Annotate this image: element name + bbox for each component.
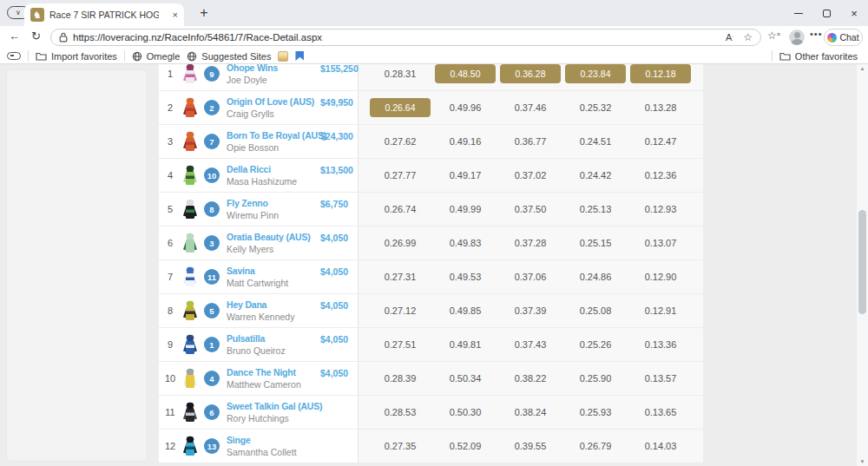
time-cell: 0.49.85 (435, 301, 496, 320)
jockey-silks-icon (181, 266, 199, 287)
position-label: 8 (159, 305, 181, 316)
silks-accent (186, 108, 194, 112)
favorite-suggested-sites[interactable]: Suggested Sites (187, 51, 271, 62)
other-favorites-button[interactable]: Other favorites (779, 51, 858, 62)
time-cell: 0.49.17 (435, 166, 496, 185)
position-label: 9 (159, 339, 181, 350)
horse-name-link[interactable]: Della Ricci (227, 164, 315, 175)
horse-name-link[interactable]: Born To Be Royal (AUS) (227, 130, 315, 141)
horse-name-link[interactable]: Singe (227, 435, 315, 446)
back-button[interactable]: ← (9, 30, 20, 43)
globe-icon (132, 51, 142, 62)
maximize-button[interactable] (812, 0, 840, 26)
silks-accent (186, 142, 194, 146)
add-favorite-star-icon[interactable]: ☆ (743, 31, 753, 43)
settings-more-icon[interactable]: ••• (810, 29, 823, 39)
horse-name-link[interactable]: Origin Of Love (AUS) (227, 96, 315, 108)
jockey-name: Opie Bosson (227, 142, 279, 153)
horse-number-badge: 5 (204, 303, 220, 318)
row-horse-section: 5 8 Fly Zenno Wiremu Pinn $6,750 (159, 193, 358, 226)
prize-money: $13,500 (320, 165, 353, 175)
horse-number-badge: 13 (204, 438, 220, 454)
table-row: 5 8 Fly Zenno Wiremu Pinn $6,750 0.26.74… (159, 193, 703, 226)
copilot-icon (827, 33, 837, 43)
horse-name-link[interactable]: Fly Zenno (227, 198, 315, 209)
copilot-chat-button[interactable]: Chat (824, 29, 863, 46)
time-cell: 0.13.65 (630, 403, 691, 422)
table-row: 4 10 Della Ricci Masa Hashizume $13,500 … (159, 159, 703, 193)
silks-cap-brim (187, 239, 194, 240)
close-button[interactable]: × (840, 0, 868, 26)
horse-number-badge: 4 (204, 371, 220, 386)
time-cell: 0.38.22 (500, 369, 561, 388)
read-aloud-icon[interactable]: Aˎ (726, 32, 733, 43)
horse-name-link[interactable]: Dance The Night (227, 367, 315, 378)
position-label: 5 (159, 204, 181, 214)
tab-close-icon[interactable]: × (173, 10, 178, 20)
time-cell: 0.26.99 (370, 233, 431, 253)
scroll-down-arrow-icon[interactable]: ▼ (857, 459, 868, 464)
horse-name-link[interactable]: Hey Dana (227, 299, 315, 311)
favorite-site-icon-blue[interactable] (295, 51, 304, 61)
time-cell: 0.25.90 (565, 369, 626, 388)
horse-number-badge: 7 (204, 134, 220, 149)
position-label: 3 (159, 136, 181, 147)
time-cell: 0.27.51 (370, 335, 431, 354)
tab-title: Race 7 SIR PATRICK HOGAN STAKE (49, 10, 159, 20)
horse-name-link[interactable]: Oratia Beauty (AUS) (227, 232, 315, 243)
sidebar-pill-icon[interactable] (7, 52, 21, 60)
horse-jockey-names: Dance The Night Matthew Cameron (227, 367, 315, 390)
time-cells: 0.27.510.49.810.37.430.25.260.13.36 (358, 328, 703, 361)
position-label: 2 (159, 102, 181, 113)
jockey-silks-icon (181, 64, 199, 84)
horse-jockey-names: Pulsatilla Bruno Queiroz (227, 333, 315, 356)
table-row: 8 5 Hey Dana Warren Kennedy $4,050 0.27.… (159, 294, 703, 328)
chevron-down-icon: ∨ (16, 9, 21, 16)
row-horse-section: 6 3 Oratia Beauty (AUS) Kelly Myers $4,0… (159, 226, 358, 259)
refresh-button[interactable]: ↻ (31, 30, 41, 43)
time-cell: 0.49.83 (435, 233, 496, 253)
time-cell: 0.25.32 (565, 98, 626, 117)
time-cells: 0.27.620.49.160.36.770.24.510.12.47 (358, 125, 703, 158)
profile-avatar[interactable] (789, 30, 805, 45)
active-tab[interactable]: ♞ Race 7 SIR PATRICK HOGAN STAKE × (24, 3, 184, 26)
time-cell: 0.24.51 (565, 132, 626, 151)
silks-cap-brim (187, 205, 194, 206)
silks-cap (187, 98, 194, 104)
horse-jockey-names: Origin Of Love (AUS) Craig Grylls (227, 96, 315, 119)
folder-icon (36, 51, 47, 61)
row-horse-section: 10 4 Dance The Night Matthew Cameron $4,… (159, 362, 358, 395)
close-icon: × (851, 7, 858, 20)
horse-name-link[interactable]: Pulsatilla (227, 333, 315, 345)
time-cell: 0.36.77 (500, 132, 561, 151)
position-label: 12 (159, 441, 181, 451)
horse-name-link[interactable]: Ohope Wins (227, 64, 315, 74)
favorite-omegle[interactable]: Omegle (132, 51, 181, 62)
scrollbar-thumb[interactable] (858, 210, 866, 314)
horse-name-link[interactable]: Savina (227, 266, 315, 277)
vertical-scrollbar[interactable]: ▲ ▼ (857, 64, 868, 466)
favorites-collections-icon[interactable]: ☆≡ (767, 30, 780, 42)
jockey-name: Matt Cartwright (227, 278, 288, 288)
favorite-label: Suggested Sites (201, 51, 271, 62)
silks-accent (186, 379, 194, 383)
jockey-silks-icon (181, 131, 199, 152)
time-cell: 0.25.13 (565, 200, 626, 219)
horse-number-badge: 11 (204, 269, 220, 285)
favorite-site-icon-yellow[interactable] (278, 51, 288, 62)
time-cell: 0.13.28 (630, 98, 691, 117)
fastest-time-cell: 0.26.64 (370, 98, 431, 117)
scroll-up-arrow-icon[interactable]: ▲ (857, 66, 868, 71)
time-cell: 0.37.43 (500, 335, 561, 354)
minimize-button[interactable] (785, 0, 812, 26)
new-tab-button[interactable]: + (194, 3, 214, 23)
row-horse-section: 9 1 Pulsatilla Bruno Queiroz $4,050 (159, 328, 358, 361)
favorite-import-favorites[interactable]: Import favorites (36, 51, 117, 62)
silks-cap (187, 403, 194, 409)
silks-accent (186, 244, 194, 247)
address-bar[interactable]: https://loveracing.nz/RaceInfo/54861/7/R… (50, 29, 761, 46)
horse-name-link[interactable]: Sweet Talkin Gal (AUS) (227, 401, 315, 412)
time-cells: 0.26.740.49.990.37.500.25.130.12.93 (358, 193, 703, 226)
time-cells: 0.27.770.49.170.37.020.24.420.12.36 (358, 159, 703, 192)
horse-jockey-names: Ohope Wins Joe Doyle (227, 64, 315, 85)
